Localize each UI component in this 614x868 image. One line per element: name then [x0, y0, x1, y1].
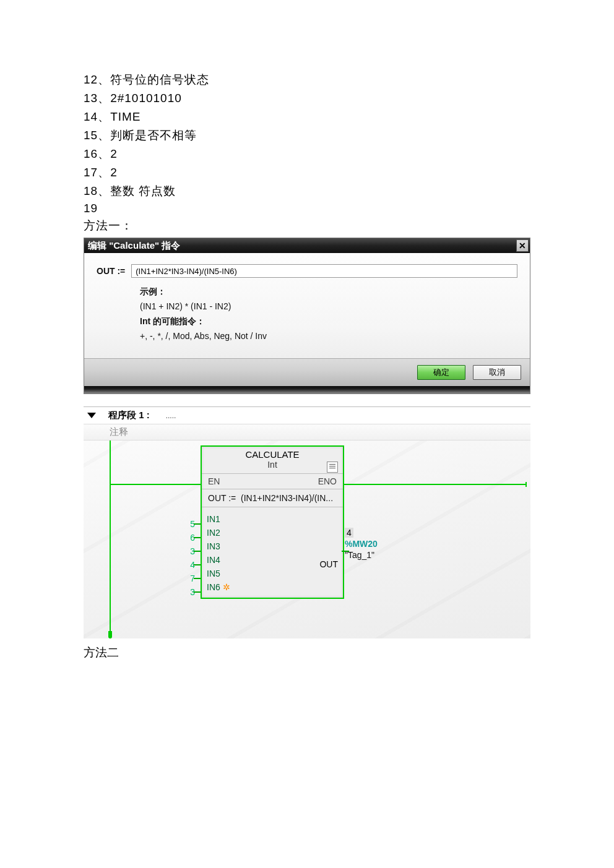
in2-const: 6 [170, 533, 195, 543]
dialog-title: 编辑 "Calculate" 指令 [88, 240, 516, 252]
example-label: 示例： [140, 284, 517, 299]
answer-item: 15、判断是否不相等 [84, 127, 530, 144]
out-expression-input[interactable] [131, 264, 517, 278]
answer-item: 17、2 [84, 165, 530, 181]
network-1: 程序段 1 : ..... 注释 5 6 3 4 7 3 CAL [84, 406, 530, 638]
calculate-block[interactable]: CALCULATE Int EN ENO OUT := (IN1+IN2*IN3… [201, 445, 344, 599]
dialog-shadow [84, 386, 530, 393]
answer-item: 12、符号位的信号状态 [84, 72, 530, 88]
method-2-label: 方法二 [84, 645, 530, 661]
in6-const: 3 [170, 587, 195, 597]
answer-item: 14、TIME [84, 109, 530, 125]
details-icon[interactable] [327, 462, 338, 473]
answer-item: 13、2#10101010 [84, 90, 530, 106]
dialog-titlebar: 编辑 "Calculate" 指令 ✕ [84, 238, 530, 253]
pin-in3: IN3 [207, 539, 230, 553]
power-rail-left [110, 440, 111, 638]
network-title: 程序段 1 : [108, 410, 150, 421]
block-name: CALCULATE [205, 449, 339, 460]
out-tag: "Tag_1" [345, 550, 374, 560]
in3-const: 3 [170, 546, 195, 556]
wire-out [342, 484, 525, 485]
pin-in4: IN4 [207, 553, 230, 567]
pin-in2: IN2 [207, 526, 230, 539]
possible-ops: +, -, *, /, Mod, Abs, Neg, Not / Inv [140, 329, 517, 343]
close-icon[interactable]: ✕ [516, 239, 529, 252]
block-type: Int [205, 460, 339, 470]
possible-ops-label: Int 的可能指令： [140, 314, 517, 329]
add-pin-icon[interactable]: ✲ [223, 582, 230, 592]
input-pins: IN1 IN2 IN3 IN4 IN5 IN6✲ [207, 512, 230, 594]
in4-const: 4 [170, 560, 195, 570]
answer-item: 19 [84, 202, 530, 215]
out-result-value: 4 [345, 528, 353, 538]
ladder-canvas[interactable]: 5 6 3 4 7 3 CALCULATE Int EN ENO [84, 440, 530, 638]
answer-item: 18、整数 符点数 [84, 183, 530, 199]
chevron-down-icon[interactable] [87, 413, 96, 418]
pin-out: OUT [319, 559, 338, 569]
answers-list: 12、符号位的信号状态 13、2#10101010 14、TIME 15、判断是… [84, 72, 530, 234]
network-comment[interactable]: 注释 [84, 424, 530, 440]
method-1-label: 方法一： [84, 218, 530, 234]
out-mw-address: %MW20 [345, 539, 378, 549]
block-expr-label: OUT := [208, 493, 236, 503]
in5-const: 7 [170, 574, 195, 583]
network-dots: ..... [166, 411, 176, 420]
eno-label: ENO [318, 476, 337, 486]
calculate-dialog: 编辑 "Calculate" 指令 ✕ OUT := 示例： (IN1 + IN… [84, 238, 530, 394]
answer-item: 16、2 [84, 146, 530, 162]
en-label: EN [208, 476, 220, 486]
ok-button[interactable]: 确定 [417, 365, 465, 380]
out-address: 4 %MW20 "Tag_1" [345, 527, 378, 561]
cancel-button[interactable]: 取消 [473, 365, 521, 380]
pin-in1: IN1 [207, 512, 230, 526]
example-expression: (IN1 + IN2) * (IN1 - IN2) [140, 299, 517, 314]
in1-const: 5 [170, 519, 195, 529]
block-expr: (IN1+IN2*IN3-IN4)/(IN... [241, 493, 333, 503]
dialog-hints: 示例： (IN1 + IN2) * (IN1 - IN2) Int 的可能指令：… [97, 284, 517, 343]
pin-in6: IN6 [207, 582, 220, 592]
wire-in [111, 484, 201, 485]
out-label: OUT := [97, 266, 125, 276]
pin-in5: IN5 [207, 567, 230, 580]
